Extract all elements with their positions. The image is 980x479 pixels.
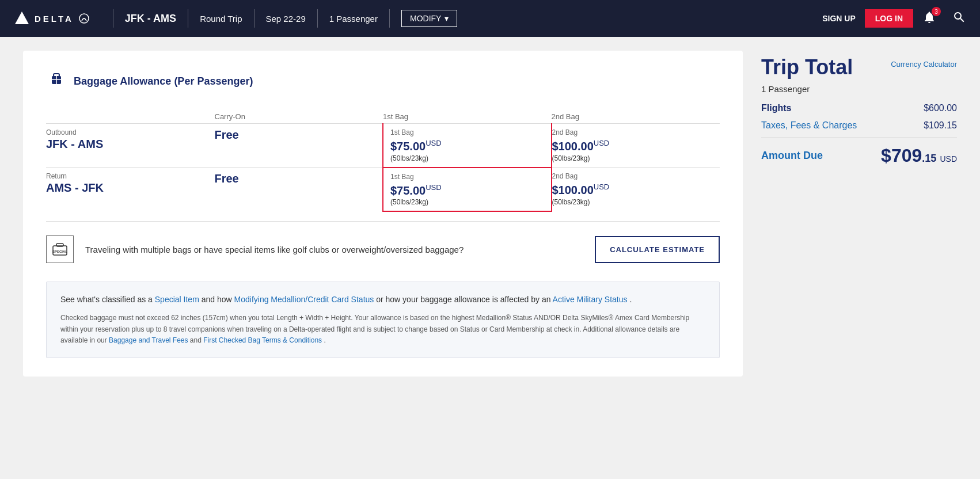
col-header-2nd: 2nd Bag (552, 108, 720, 124)
divider-2 (188, 9, 188, 28)
return-2nd-bag-weight: (50lbs/23kg) (552, 198, 713, 206)
passengers-display: 1 Passenger (329, 14, 378, 24)
outbound-2nd-bag-label: 2nd Bag (552, 128, 713, 136)
delta-logo[interactable]: DELTA (14, 10, 90, 26)
info-box: See what's classified as a Special Item … (46, 282, 720, 358)
outbound-1st-bag-price: $75.00USD (390, 139, 544, 153)
outbound-row: Outbound JFK - AMS Free 1st Bag $75.00US… (46, 124, 720, 168)
login-button[interactable]: LOG IN (865, 9, 913, 28)
taxes-value: $109.15 (924, 120, 957, 131)
baggage-title: Baggage Allowance (Per Passenger) (74, 75, 253, 88)
flights-row: Flights $600.00 (761, 103, 957, 113)
route-display: JFK - AMS (125, 13, 176, 25)
amount-due-row: Amount Due $709.15 USD (761, 145, 957, 166)
delta-sub-icon (78, 13, 90, 24)
trip-passenger-count: 1 Passenger (761, 84, 957, 94)
divider-5 (389, 9, 390, 28)
calculate-estimate-button[interactable]: CALCULATE ESTIMATE (595, 236, 720, 263)
return-route: AMS - JFK (46, 181, 208, 195)
chevron-down-icon: ▾ (445, 14, 449, 23)
outbound-label: Outbound (46, 128, 208, 136)
svg-marker-0 (15, 12, 29, 24)
info-box-detail: Checked baggage must not exceed 62 inche… (60, 313, 705, 346)
return-carry-on: Free (215, 172, 376, 185)
return-1st-bag-price: $75.00USD (390, 183, 544, 197)
baggage-fees-link[interactable]: Baggage and Travel Fees (109, 336, 188, 344)
return-1st-bag-label: 1st Bag (390, 173, 544, 181)
special-baggage-icon: SPECIAL (46, 235, 74, 263)
taxes-row: Taxes, Fees & Charges $109.15 (761, 120, 957, 131)
main-container: Baggage Allowance (Per Passenger) Carry-… (0, 37, 980, 390)
special-item-link[interactable]: Special Item (155, 295, 199, 304)
col-header-carry: Carry-On (215, 108, 383, 124)
info-box-main: See what's classified as a Special Item … (60, 294, 705, 306)
outbound-route: JFK - AMS (46, 138, 208, 151)
trip-type-display: Round Trip (200, 14, 242, 24)
baggage-header: Baggage Allowance (Per Passenger) (46, 69, 720, 94)
return-1st-bag-cell: 1st Bag $75.00USD (50lbs/23kg) (383, 168, 552, 212)
delta-logo-icon (14, 10, 30, 26)
notification-count: 3 (932, 7, 941, 16)
return-row: Return AMS - JFK Free 1st Bag $75.00USD … (46, 168, 720, 212)
estimate-text: Traveling with multiple bags or have spe… (85, 245, 583, 254)
taxes-label: Taxes, Fees & Charges (761, 120, 857, 131)
dates-display: Sep 22-29 (266, 14, 306, 24)
amount-due-label: Amount Due (761, 150, 823, 162)
col-header-route (46, 108, 215, 124)
outbound-1st-bag-weight: (50lbs/23kg) (390, 154, 544, 162)
return-label: Return (46, 172, 208, 180)
return-1st-bag-weight: (50lbs/23kg) (390, 198, 544, 206)
outbound-carry-on: Free (215, 128, 376, 142)
search-icon[interactable] (952, 10, 966, 26)
trip-divider (761, 138, 957, 138)
col-header-1st: 1st Bag (383, 108, 552, 124)
signup-link[interactable]: SIGN UP (822, 14, 856, 23)
return-2nd-bag-label: 2nd Bag (552, 172, 713, 180)
baggage-card: Baggage Allowance (Per Passenger) Carry-… (23, 51, 743, 377)
modify-button[interactable]: MODIFY ▾ (401, 10, 457, 27)
divider-1 (113, 9, 113, 28)
baggage-icon (46, 69, 67, 94)
divider-4 (317, 9, 318, 28)
return-2nd-bag-price: $100.00USD (552, 183, 713, 197)
logo-text: DELTA (35, 14, 74, 24)
estimate-section: SPECIAL Traveling with multiple bags or … (46, 221, 720, 277)
divider-3 (254, 9, 255, 28)
baggage-table: Carry-On 1st Bag 2nd Bag Outbound JFK - … (46, 108, 720, 212)
currency-calculator-link[interactable]: Currency Calculator (891, 60, 957, 69)
svg-text:SPECIAL: SPECIAL (52, 250, 67, 253)
outbound-1st-bag-label: 1st Bag (390, 128, 544, 136)
military-link[interactable]: Active Military Status (553, 295, 628, 304)
trip-total-panel: Trip Total Currency Calculator 1 Passeng… (761, 51, 957, 377)
outbound-1st-bag-cell: 1st Bag $75.00USD (50lbs/23kg) (383, 124, 552, 168)
trip-total-title: Trip Total (761, 55, 853, 79)
first-bag-link[interactable]: First Checked Bag Terms & Conditions (203, 336, 322, 344)
svg-rect-7 (56, 244, 63, 246)
notification-bell[interactable]: 3 (922, 10, 936, 26)
header: DELTA JFK - AMS Round Trip Sep 22-29 1 P… (0, 0, 980, 37)
medallion-link[interactable]: Modifying Medallion/Credit Card Status (234, 295, 374, 304)
outbound-2nd-bag-weight: (50lbs/23kg) (552, 154, 713, 162)
amount-due-value: $709.15 USD (881, 145, 957, 166)
flights-value: $600.00 (924, 103, 957, 113)
flights-label: Flights (761, 103, 791, 113)
outbound-2nd-bag-price: $100.00USD (552, 139, 713, 153)
